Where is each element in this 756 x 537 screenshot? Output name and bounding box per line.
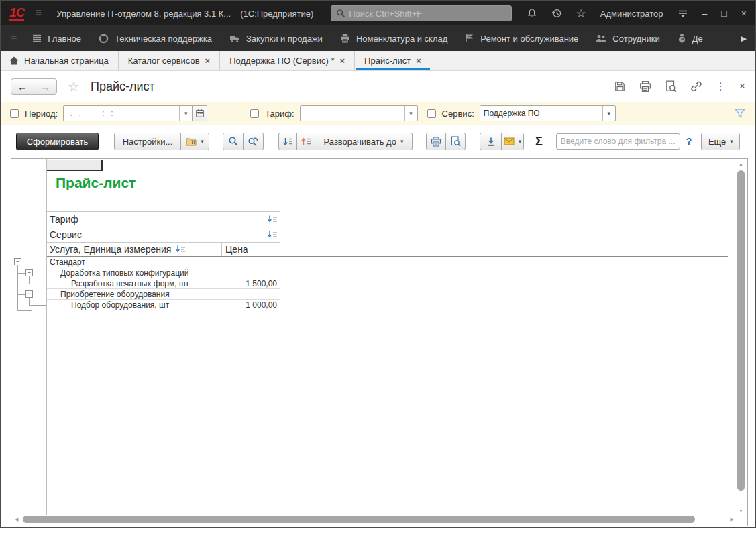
expand-to-button[interactable]: Разворачивать до ▾	[315, 133, 413, 150]
horizontal-scrollbar[interactable]: ◀ ▶	[12, 514, 735, 525]
favorites-star-icon[interactable]: ☆	[576, 7, 586, 21]
close-form-icon[interactable]: ×	[739, 80, 745, 93]
tab-service-catalog[interactable]: Каталог сервисов ×	[119, 51, 220, 70]
toolbar-print-icon	[431, 137, 441, 147]
period-checkbox[interactable]	[10, 109, 19, 118]
menubar-overflow-icon[interactable]: ▶	[740, 34, 748, 43]
menu-item-repair[interactable]: Ремонт и обслуживание	[456, 25, 587, 51]
scroll-down-icon[interactable]: ▼	[739, 508, 743, 513]
send-email-button[interactable]: ▾	[501, 133, 524, 150]
expand-groups-button[interactable]	[278, 133, 297, 150]
collapse-group-expander[interactable]: −	[14, 258, 21, 265]
more-actions-icon[interactable]: ⋮	[716, 80, 726, 93]
scroll-right-icon[interactable]: ▶	[731, 517, 734, 522]
column-header-price[interactable]: Цена	[221, 243, 280, 256]
current-user[interactable]: Администратор	[600, 9, 663, 19]
spreadsheet-corner-cell[interactable]	[47, 160, 103, 171]
tariff-dropdown-icon[interactable]: ▾	[404, 106, 417, 121]
maximize-button[interactable]: □	[721, 8, 726, 19]
search-button[interactable]	[223, 133, 244, 150]
vertical-scrollbar[interactable]: ▲ ▼	[736, 160, 747, 515]
table-row[interactable]: Доработка типовых конфигураций	[47, 267, 280, 278]
sort-icon[interactable]	[176, 245, 186, 253]
tab-software-support[interactable]: Поддержка ПО (Сервис) * ×	[220, 51, 355, 70]
global-search-input[interactable]	[349, 9, 506, 19]
close-tab-icon[interactable]: ×	[416, 56, 421, 65]
reset-search-icon	[248, 136, 259, 147]
table-row[interactable]: Приобретение оборудования	[47, 289, 280, 300]
subsystems-panel-icon[interactable]: ≡	[8, 32, 23, 44]
calendar-icon[interactable]	[192, 106, 207, 121]
app-window: 1С ≡ Управление IT-отделом 8, редакция 3…	[0, 0, 756, 528]
money-bag-icon	[678, 34, 686, 43]
period-dropdown-icon[interactable]: ▾	[179, 106, 192, 121]
header-row-service[interactable]: Сервис	[47, 227, 280, 243]
table-row[interactable]: Стандарт	[47, 257, 280, 267]
filter-funnel-icon[interactable]	[734, 108, 746, 119]
horizontal-scrollbar-thumb[interactable]	[23, 516, 695, 523]
menu-item-purchases-sales[interactable]: Закупки и продажи	[221, 25, 331, 51]
vertical-scrollbar-thumb[interactable]	[737, 170, 745, 491]
header-row-tariff[interactable]: Тариф	[47, 212, 280, 227]
service-checkbox[interactable]	[427, 109, 436, 118]
truck-icon	[229, 34, 240, 43]
close-tab-icon[interactable]: ×	[205, 56, 211, 65]
report-data-table: Стандарт Доработка типовых конфигураций …	[47, 257, 280, 310]
save-icon[interactable]	[614, 80, 626, 93]
menu-item-money[interactable]: Де	[669, 25, 704, 51]
service-input[interactable]	[480, 106, 602, 121]
print-report-button[interactable]	[426, 133, 446, 150]
print-icon[interactable]	[639, 80, 651, 93]
print-preview-button[interactable]	[445, 133, 466, 150]
menu-item-tech-support[interactable]: Техническая поддержка	[90, 25, 221, 51]
close-tab-icon[interactable]: ×	[340, 56, 345, 65]
save-report-button[interactable]	[480, 133, 502, 150]
link-icon[interactable]	[690, 80, 702, 93]
settings-icon[interactable]	[678, 8, 688, 19]
scroll-up-icon[interactable]: ▲	[739, 162, 743, 166]
more-button[interactable]: Еще ▾	[701, 133, 740, 150]
tariff-input[interactable]	[301, 106, 404, 121]
global-search[interactable]	[331, 5, 512, 21]
help-icon[interactable]: ?	[686, 136, 692, 147]
flag-icon	[465, 34, 474, 43]
tab-price-list[interactable]: Прайс-лист ×	[355, 51, 431, 70]
tariff-checkbox[interactable]	[250, 109, 259, 118]
settings-button[interactable]: Настройки...	[114, 133, 181, 150]
period-field[interactable]: ▾	[63, 105, 207, 121]
service-field[interactable]: ▾	[480, 105, 616, 121]
scroll-left-icon[interactable]: ◀	[15, 517, 18, 522]
service-dropdown-icon[interactable]: ▾	[602, 106, 615, 121]
menu-item-main[interactable]: Главное	[23, 25, 90, 51]
expand-groups-icon	[283, 137, 293, 146]
menu-item-employees[interactable]: Сотрудники	[587, 25, 668, 51]
add-favorite-star-icon[interactable]: ☆	[68, 78, 80, 95]
tab-home[interactable]: Начальная страница	[1, 51, 119, 70]
sort-icon[interactable]	[268, 231, 278, 239]
collapse-group-expander[interactable]: −	[25, 269, 33, 276]
sort-icon[interactable]	[268, 215, 278, 223]
column-header-service[interactable]: Услуга, Единица измерения	[50, 244, 171, 255]
menu-item-nomenclature[interactable]: Номенклатура и склад	[331, 25, 456, 51]
table-row[interactable]: Подбор оборудования, шт 1 000,00	[47, 300, 280, 310]
report-variants-button[interactable]: ▾	[180, 133, 209, 150]
main-menu-icon[interactable]: ≡	[35, 7, 42, 20]
sum-sigma-icon[interactable]: Σ	[535, 135, 543, 149]
forward-button[interactable]: →	[34, 78, 57, 95]
tariff-field[interactable]: ▾	[300, 105, 418, 121]
close-window-button[interactable]: ×	[741, 8, 747, 19]
preview-icon[interactable]	[665, 80, 677, 93]
minimize-button[interactable]: –	[702, 8, 708, 19]
page-title: Прайс-лист	[91, 80, 155, 94]
period-input[interactable]	[64, 106, 179, 121]
history-icon[interactable]	[551, 8, 562, 19]
back-button[interactable]: ←	[11, 78, 34, 95]
word-filter-input[interactable]	[556, 133, 680, 150]
table-row[interactable]: Разработка печатных форм, шт 1 500,00	[47, 278, 280, 289]
report-spreadsheet: Прайс-лист Тариф Сервис Услуга, Единица …	[11, 158, 748, 526]
reset-search-button[interactable]	[243, 133, 264, 150]
collapse-groups-button[interactable]	[296, 133, 315, 150]
notifications-bell-icon[interactable]	[527, 8, 537, 19]
collapse-group-expander[interactable]: −	[25, 290, 33, 298]
generate-button[interactable]: Сформировать	[16, 133, 99, 150]
